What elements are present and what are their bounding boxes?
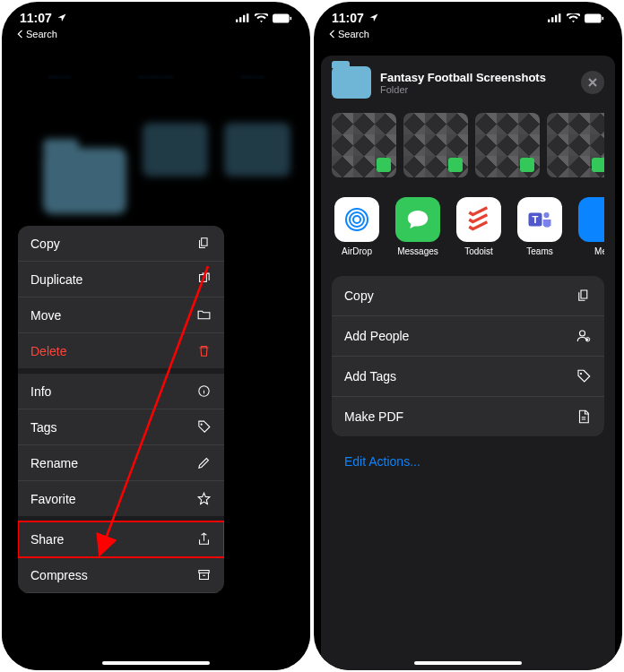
- share-apps-row: AirDrop Messages Todoist T Teams: [332, 197, 604, 256]
- sheet-header: Fantasy Football Screenshots Folder: [332, 66, 604, 99]
- close-button[interactable]: [581, 71, 604, 94]
- tag-icon: [576, 368, 592, 384]
- svg-point-17: [353, 216, 360, 223]
- star-icon: [196, 491, 212, 506]
- wifi-icon: [567, 13, 580, 23]
- share-actions-list: Copy Add People Add Tags Make PDF: [332, 276, 604, 436]
- app-airdrop[interactable]: AirDrop: [332, 197, 382, 256]
- airdrop-icon: [334, 197, 379, 242]
- todoist-icon: [456, 197, 501, 242]
- action-copy[interactable]: Copy: [332, 276, 604, 316]
- wifi-icon: [255, 13, 268, 23]
- svg-point-22: [543, 212, 549, 218]
- teams-icon: T: [517, 197, 562, 242]
- thumbnail[interactable]: [403, 113, 468, 177]
- menu-item-info[interactable]: Info: [18, 374, 224, 409]
- folder-icon: [196, 307, 212, 323]
- app-todoist[interactable]: Todoist: [454, 197, 504, 256]
- thumbnail[interactable]: [547, 113, 604, 177]
- svg-rect-3: [247, 13, 248, 22]
- back-search-link[interactable]: Search: [2, 29, 310, 47]
- document-icon: [576, 409, 592, 425]
- svg-rect-9: [199, 571, 209, 573]
- messages-icon: [395, 197, 440, 242]
- status-bar: 11:07: [314, 2, 622, 29]
- location-icon: [368, 13, 379, 23]
- sheet-subtitle: Folder: [380, 84, 546, 95]
- copy-icon: [196, 236, 212, 251]
- svg-point-25: [580, 373, 582, 375]
- home-indicator[interactable]: [414, 661, 522, 665]
- archive-icon: [196, 567, 212, 582]
- svg-rect-16: [602, 16, 603, 19]
- status-bar: 11:07: [2, 2, 310, 29]
- svg-point-23: [580, 331, 585, 336]
- status-icons: [548, 13, 604, 23]
- trash-icon: [196, 343, 212, 358]
- cellular-icon: [236, 13, 250, 22]
- action-add-people[interactable]: Add People: [332, 316, 604, 357]
- menu-item-compress[interactable]: Compress: [18, 557, 224, 593]
- people-icon: [576, 328, 592, 344]
- phone-right: 11:07 Search Fantasy Football Screenshot…: [314, 2, 622, 670]
- close-icon: [587, 77, 598, 88]
- edit-actions-link[interactable]: Edit Actions...: [332, 449, 604, 474]
- context-menu: Copy Duplicate Move Delete Info Tags Ren…: [18, 226, 224, 593]
- cellular-icon: [548, 13, 562, 22]
- svg-rect-2: [243, 15, 245, 22]
- svg-rect-1: [239, 17, 241, 22]
- pencil-icon: [196, 455, 212, 470]
- content-thumbnails: [332, 113, 604, 177]
- menu-item-delete[interactable]: Delete: [18, 333, 224, 374]
- svg-rect-15: [585, 13, 602, 22]
- action-add-tags[interactable]: Add Tags: [332, 357, 604, 397]
- chevron-left-icon: [16, 30, 23, 39]
- svg-point-8: [201, 424, 203, 426]
- battery-icon: [585, 13, 604, 23]
- menu-item-share[interactable]: Share: [18, 521, 224, 557]
- svg-rect-4: [273, 13, 290, 22]
- svg-text:T: T: [533, 214, 539, 225]
- info-icon: [196, 383, 212, 399]
- share-sheet: Fantasy Football Screenshots Folder AirD…: [321, 56, 615, 670]
- more-app-icon: [578, 197, 604, 242]
- status-time: 11:07: [20, 11, 52, 25]
- svg-rect-12: [551, 17, 553, 22]
- action-make-pdf[interactable]: Make PDF: [332, 397, 604, 436]
- menu-item-tags[interactable]: Tags: [18, 409, 224, 445]
- back-search-link[interactable]: Search: [314, 29, 622, 47]
- menu-item-duplicate[interactable]: Duplicate: [18, 262, 224, 297]
- menu-item-move[interactable]: Move: [18, 297, 224, 333]
- thumbnail[interactable]: [475, 113, 540, 177]
- svg-rect-5: [290, 16, 291, 19]
- menu-item-favorite[interactable]: Favorite: [18, 481, 224, 521]
- selected-folder: [43, 148, 126, 214]
- svg-rect-14: [559, 13, 560, 22]
- svg-rect-13: [555, 15, 557, 22]
- app-messages[interactable]: Messages: [393, 197, 443, 256]
- battery-icon: [273, 13, 292, 23]
- svg-rect-0: [236, 20, 238, 22]
- status-icons: [236, 13, 292, 23]
- menu-item-copy[interactable]: Copy: [18, 226, 224, 262]
- thumbnail[interactable]: [332, 113, 396, 177]
- folder-thumbnail: [332, 66, 371, 99]
- sheet-title: Fantasy Football Screenshots: [380, 71, 546, 84]
- svg-point-18: [350, 212, 364, 227]
- app-teams[interactable]: T Teams: [515, 197, 565, 256]
- phone-left: 11:07 Search ▬▬▬▬▬▬▬ Copy Duplicate: [2, 2, 310, 670]
- app-more[interactable]: Me: [576, 197, 604, 256]
- home-indicator[interactable]: [102, 661, 210, 665]
- svg-rect-11: [548, 20, 550, 22]
- chevron-left-icon: [328, 30, 335, 39]
- duplicate-icon: [196, 271, 212, 287]
- tag-icon: [196, 419, 212, 435]
- status-time: 11:07: [332, 11, 364, 25]
- location-icon: [56, 13, 67, 23]
- menu-item-rename[interactable]: Rename: [18, 445, 224, 481]
- copy-icon: [576, 288, 592, 304]
- share-icon: [196, 531, 212, 547]
